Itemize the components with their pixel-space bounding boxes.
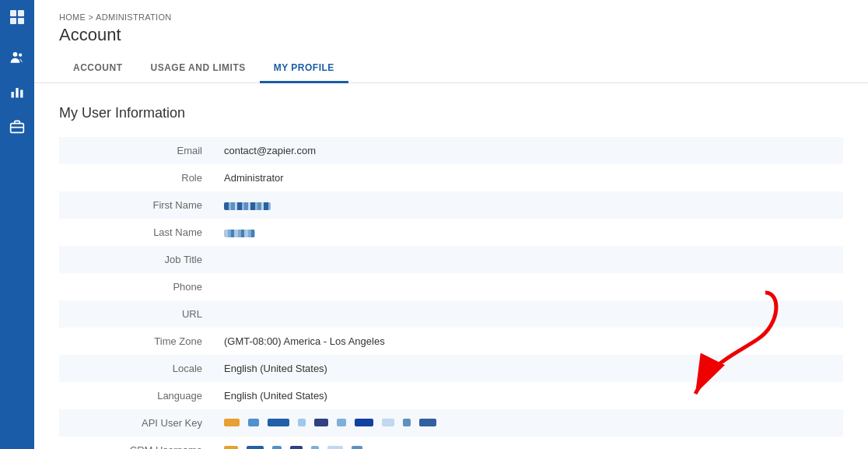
field-label: URL: [59, 300, 215, 328]
field-label: Email: [59, 137, 215, 164]
field-value[interactable]: (GMT-08:00) America - Los Angeles: [215, 328, 843, 355]
field-label: Locale: [59, 355, 215, 382]
table-row: Last Name: [59, 219, 843, 246]
field-value: [215, 246, 843, 273]
field-value: [215, 219, 843, 246]
svg-rect-6: [12, 92, 14, 98]
field-label: Role: [59, 164, 215, 191]
briefcase-icon[interactable]: [0, 109, 34, 143]
table-row: API User Key: [59, 409, 843, 437]
table-row: Emailcontact@zapier.com: [59, 137, 843, 164]
svg-rect-7: [16, 88, 18, 98]
table-row: Phone: [59, 273, 843, 300]
field-value[interactable]: Administrator: [215, 164, 843, 191]
tab-account[interactable]: ACCOUNT: [59, 54, 137, 83]
main-content: HOME > ADMINISTRATION Account ACCOUNT US…: [34, 0, 868, 449]
table-row: Time Zone(GMT-08:00) America - Los Angel…: [59, 328, 843, 355]
breadcrumb-separator: >: [89, 12, 94, 22]
sidebar-logo[interactable]: [0, 0, 34, 34]
tab-bar: ACCOUNT USAGE AND LIMITS MY PROFILE: [59, 54, 843, 82]
table-row: Job Title: [59, 246, 843, 273]
section-title: My User Information: [59, 105, 843, 121]
sidebar: [0, 0, 34, 449]
content-area: My User Information Emailcontact@zapier.…: [34, 83, 868, 449]
field-value: [215, 273, 843, 300]
field-value[interactable]: English (United States): [215, 355, 843, 382]
field-value: [215, 300, 843, 328]
field-label: Time Zone: [59, 328, 215, 355]
page-header: HOME > ADMINISTRATION Account ACCOUNT US…: [34, 0, 868, 83]
users-icon[interactable]: [0, 40, 34, 75]
table-row: URL: [59, 300, 843, 328]
field-label: Language: [59, 382, 215, 409]
field-value: [215, 191, 843, 219]
svg-rect-3: [18, 18, 24, 24]
tab-profile[interactable]: MY PROFILE: [260, 54, 348, 83]
field-value[interactable]: contact@zapier.com: [215, 137, 843, 164]
field-value[interactable]: English (United States): [215, 382, 843, 409]
info-section: Emailcontact@zapier.comRoleAdministrator…: [59, 137, 843, 449]
field-label: API User Key: [59, 409, 215, 437]
field-label: Last Name: [59, 219, 215, 246]
field-label: First Name: [59, 191, 215, 219]
user-info-table: Emailcontact@zapier.comRoleAdministrator…: [59, 137, 843, 449]
svg-rect-0: [10, 10, 16, 16]
table-row: LanguageEnglish (United States): [59, 382, 843, 409]
svg-rect-8: [20, 90, 23, 98]
svg-rect-2: [10, 18, 16, 24]
page-title: Account: [59, 25, 843, 45]
field-value: [215, 409, 843, 437]
field-label: CRM Username: [59, 437, 215, 449]
svg-rect-1: [18, 10, 24, 16]
breadcrumb-section[interactable]: ADMINISTRATION: [96, 12, 172, 22]
tab-usage[interactable]: USAGE AND LIMITS: [137, 54, 260, 83]
table-row: LocaleEnglish (United States): [59, 355, 843, 382]
table-row: CRM Username: [59, 437, 843, 449]
field-label: Phone: [59, 273, 215, 300]
svg-point-4: [13, 52, 18, 57]
breadcrumb: HOME > ADMINISTRATION: [59, 12, 843, 22]
chart-icon[interactable]: [0, 75, 34, 109]
table-row: First Name: [59, 191, 843, 219]
field-label: Job Title: [59, 246, 215, 273]
breadcrumb-home[interactable]: HOME: [59, 12, 86, 22]
field-value: [215, 437, 843, 449]
table-row: RoleAdministrator: [59, 164, 843, 191]
svg-point-5: [19, 54, 22, 57]
